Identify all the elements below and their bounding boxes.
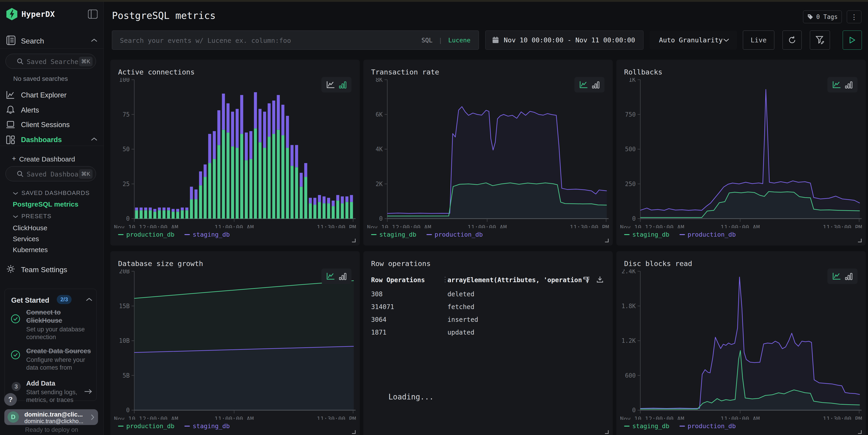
bar-production_db	[245, 160, 248, 219]
saved-dashboards-input[interactable]: Saved Dashboards ⌘K	[5, 166, 96, 181]
sidebar-item-chart-explorer[interactable]: Chart Explorer	[21, 91, 67, 99]
granularity-select[interactable]: Auto Granularity	[650, 31, 737, 49]
sidebar-item-kubernetes[interactable]: Kubernetes	[13, 246, 48, 254]
bar-chart-toggle-icon[interactable]	[339, 81, 347, 89]
mode-lucene[interactable]: Lucene	[448, 37, 470, 44]
line-chart-toggle-icon[interactable]	[832, 81, 841, 89]
legend-item[interactable]: staging_db	[624, 423, 670, 430]
step-title[interactable]: Create Data Sources	[26, 347, 91, 355]
panel-resize-handle[interactable]	[605, 430, 609, 434]
chevron-down-icon[interactable]	[13, 192, 18, 195]
legend-item[interactable]: staging_db	[371, 231, 416, 238]
help-button[interactable]: ?	[4, 393, 17, 406]
bar-production_db	[140, 210, 143, 219]
chart-canvas[interactable]: 06001.2K1.8K2.4KNov 10 12:00:00 AM11:00:…	[620, 269, 863, 420]
x-tick-label: Nov 10 12:00:00 AM	[114, 224, 178, 228]
run-query-button[interactable]	[843, 31, 862, 49]
legend-item[interactable]: staging_db	[624, 231, 670, 238]
y-tick-label: 1.2K	[621, 337, 636, 344]
time-range-picker[interactable]: Nov 10 00:00:00 - Nov 11 00:00:00	[485, 31, 644, 49]
chart-canvas[interactable]: 05B10B15B20BNov 10 12:00:00 AM11:00:00 A…	[114, 269, 356, 420]
chart-canvas[interactable]: 02505007501KNov 10 12:00:00 AM11:00:00 A…	[620, 78, 863, 228]
query-language-toggle[interactable]: SQL | Lucene	[422, 37, 470, 44]
panel-resize-handle[interactable]	[858, 430, 862, 434]
step-title[interactable]: Add Data	[26, 380, 55, 387]
legend-item[interactable]: production_db	[680, 423, 736, 430]
bar-chart-toggle-icon[interactable]	[339, 272, 347, 280]
sidebar-item-services[interactable]: Services	[13, 235, 39, 243]
table-cell-value[interactable]: 3064	[371, 316, 386, 324]
bar-chart-toggle-icon[interactable]	[592, 81, 600, 89]
legend-item[interactable]: staging_db	[184, 423, 230, 430]
bar-staging_db	[231, 111, 234, 146]
search-collapse-chevron-icon[interactable]	[91, 38, 98, 42]
sidebar-collapse-icon[interactable]	[88, 9, 98, 19]
panel-resize-handle[interactable]	[858, 239, 862, 242]
table-cell-operation[interactable]: deleted	[447, 290, 474, 298]
table-cell-value[interactable]: 1871	[371, 329, 386, 336]
refresh-icon	[788, 36, 797, 44]
table-cell-operation[interactable]: inserted	[447, 316, 478, 324]
step-title[interactable]: Connect to	[26, 309, 61, 316]
table-cell-operation[interactable]: fetched	[447, 303, 474, 311]
saved-dashboards-caption[interactable]: SAVED DASHBOARDS	[22, 190, 90, 197]
brand-name: HyperDX	[22, 9, 55, 19]
series-area-production_db	[640, 277, 860, 410]
dashboards-collapse-chevron-icon[interactable]	[91, 137, 98, 141]
legend-item[interactable]: production_db	[427, 231, 483, 238]
table-cell-value[interactable]: 314071	[371, 303, 394, 311]
legend-item[interactable]: production_db	[118, 423, 175, 430]
chart-canvas[interactable]: 0255075100Nov 10 12:00:00 AM11:00:00 AM1…	[114, 78, 356, 228]
bar-chart-toggle-icon[interactable]	[845, 272, 853, 280]
x-tick-label: 11:30:00 PM	[823, 224, 862, 228]
sidebar-item-postgresql-metrics[interactable]: PostgreSQL metrics	[13, 200, 79, 208]
panel-database-size-growth: Database size growth 05B10B15B20BNov 10 …	[110, 251, 360, 435]
table-column-header[interactable]: arrayElement(Attributes, 'operation')	[447, 276, 590, 284]
live-button[interactable]: Live	[743, 31, 774, 49]
legend-item[interactable]: staging_db	[184, 231, 230, 238]
bar-chart-toggle-icon[interactable]	[845, 81, 853, 89]
panel-resize-handle[interactable]	[352, 430, 355, 434]
panel-resize-handle[interactable]	[352, 239, 355, 242]
refresh-button[interactable]	[782, 31, 802, 49]
filter-button[interactable]	[810, 31, 830, 49]
mode-sql[interactable]: SQL	[422, 37, 433, 44]
chevron-down-icon[interactable]	[13, 215, 18, 218]
bar-staging_db	[345, 196, 348, 202]
tags-button-label: 0 Tags	[816, 13, 838, 20]
panel-resize-handle[interactable]	[605, 239, 609, 242]
legend-item[interactable]: production_db	[118, 231, 175, 238]
sidebar-item-search[interactable]: Search	[21, 37, 44, 45]
line-chart-toggle-icon[interactable]	[832, 272, 841, 280]
legend-item[interactable]: production_db	[680, 231, 736, 238]
arrow-right-icon[interactable]	[84, 389, 92, 394]
kebab-menu-button[interactable]: ⋮	[847, 10, 861, 23]
table-column-header[interactable]: Row Operations	[371, 276, 425, 284]
line-chart-toggle-icon[interactable]	[579, 81, 588, 89]
presets-caption[interactable]: PRESETS	[22, 213, 52, 220]
step-title[interactable]: ClickHouse	[26, 317, 62, 324]
bar-staging_db	[268, 103, 271, 137]
create-dashboard-button[interactable]: Create Dashboard	[19, 155, 75, 163]
table-cell-value[interactable]: 308	[371, 290, 383, 298]
sidebar-item-clickhouse[interactable]: ClickHouse	[13, 224, 48, 232]
saved-searches-input[interactable]: Saved Searches ⌘K	[5, 54, 96, 69]
sort-icon[interactable]	[583, 276, 590, 283]
line-chart-toggle-icon[interactable]	[326, 81, 335, 89]
events-search-input[interactable]: Search your events w/ Lucene ex. column:…	[112, 31, 479, 49]
y-tick-label: 1.8K	[621, 303, 636, 309]
sidebar-item-dashboards[interactable]: Dashboards	[21, 136, 62, 144]
download-icon[interactable]	[596, 276, 603, 283]
user-profile-card[interactable]: D dominic.tran@clic... dominic.tran@clic…	[4, 409, 98, 425]
line-chart-toggle-icon[interactable]	[326, 272, 335, 280]
sidebar-item-client-sessions[interactable]: Client Sessions	[21, 121, 70, 129]
legend-swatch	[118, 234, 124, 235]
legend-label: staging_db	[193, 231, 230, 238]
plus-icon: +	[12, 155, 16, 163]
sidebar-item-team-settings[interactable]: Team Settings	[21, 266, 67, 274]
table-cell-operation[interactable]: updated	[447, 329, 474, 336]
sidebar-item-alerts[interactable]: Alerts	[21, 106, 39, 114]
chart-canvas[interactable]: 02K4K6K8KNov 10 12:00:00 AM11:00:00 AM11…	[367, 78, 610, 228]
tags-button[interactable]: 0 Tags	[803, 10, 842, 23]
get-started-collapse-chevron-icon[interactable]	[86, 298, 92, 301]
